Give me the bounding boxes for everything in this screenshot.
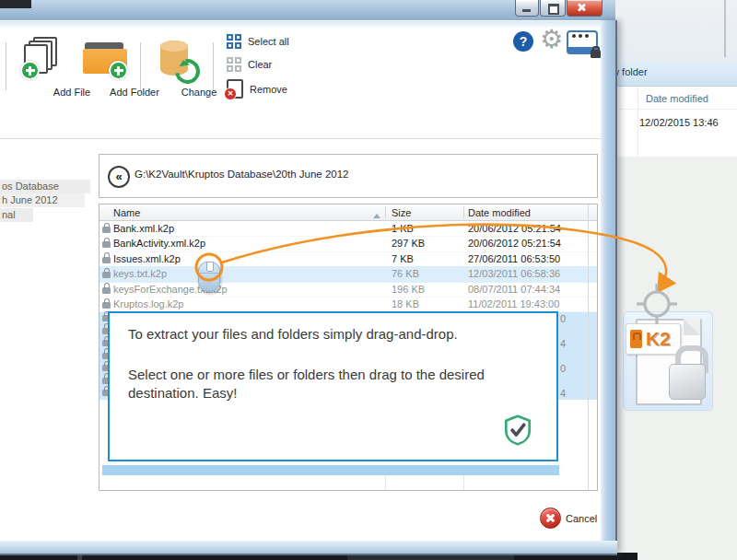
remove-x-icon: ✕ [224,88,237,100]
window-frame-bottom [0,541,617,555]
clear-label: Clear [248,59,272,70]
sidebar-item-personal[interactable]: nal [0,208,33,222]
minimize-icon [522,9,531,12]
sidebar-item-database[interactable]: os Database [0,180,90,193]
clear-button[interactable]: Clear [227,57,272,72]
maximize-icon [548,4,559,15]
file-row[interactable]: keysForExchange.txt.k2p 196 KB 08/07/201… [99,282,597,298]
toolbar-separator [213,42,214,90]
breadcrumb-path: G:\K2Vault\Kruptos Database\20th June 20… [135,169,349,180]
explorer-header-underline [604,109,737,110]
lock-icon [102,302,111,309]
remove-button[interactable]: ✕ Remove [227,79,287,99]
lock-icon [102,241,111,248]
screen: ew folder Date modified 12/02/2015 13:46… [0,0,737,560]
column-header-size[interactable]: Size [392,207,411,218]
desktop-background [604,0,737,61]
sidebar-item-june-2012[interactable]: h June 2012 [0,193,85,207]
remove-file-icon: ✕ [227,79,243,99]
lock-icon [591,50,601,58]
k2-badge-text: K2 [646,328,671,350]
back-button[interactable]: « [108,166,130,188]
add-file-button[interactable]: Add File [17,37,72,98]
settings-gear-icon[interactable]: ⚙ [540,26,563,53]
drag-mouse-cursor-icon [198,262,220,292]
master-password-icon[interactable] [567,30,598,54]
horizontal-selection-bar [102,465,559,475]
select-all-label: Select all [248,36,289,47]
lock-icon [102,257,111,263]
explorer-date-modified-header[interactable]: Date modified [646,93,708,104]
drag-drop-tooltip: To extract your files and folders simply… [108,311,558,461]
k2-document-fold [684,319,700,335]
file-row-selected[interactable]: keys.txt.k2p 76 KB 12/03/2011 06:58:36 [99,266,597,282]
shield-check-icon [502,414,533,446]
toolbar-gradient [0,21,601,29]
cancel-x-icon [540,508,561,529]
toolbar-separator [140,42,141,90]
k2-badge-lock-icon [630,330,642,348]
explorer-window-edge [724,0,726,57]
change-label: Change [176,87,222,98]
tooltip-line-1: To extract your files and folders simply… [128,325,524,344]
remove-label: Remove [250,84,287,95]
sort-ascending-icon [373,210,380,218]
column-header-name[interactable]: Name [113,207,140,218]
explorer-date-value: 12/02/2015 13:46 [639,117,719,128]
k2-logo-badge: K2 [626,323,681,355]
k2-padlock-body-icon [669,364,706,400]
add-plus-icon [109,61,128,80]
lock-icon [102,272,111,278]
lock-icon [102,227,111,233]
close-button[interactable] [567,0,602,17]
add-folder-button[interactable]: Add Folder [77,37,135,98]
toolbar-separator [6,42,6,90]
cancel-button[interactable]: Cancel [540,508,597,529]
change-button[interactable]: Change [153,37,199,98]
lock-icon [102,287,111,294]
window-controls [514,0,602,17]
column-header-date[interactable]: Date modified [468,207,531,218]
clear-grid-icon [227,57,241,72]
add-plus-icon [20,61,40,80]
window-frame-right [601,20,617,554]
cancel-label: Cancel [566,513,597,524]
file-row[interactable]: Kruptos.log.k2p 18 KB 11/02/2011 19:43:0… [99,297,597,312]
background-window-corner [0,0,31,8]
file-row[interactable]: BankActivity.xml.k2p 297 KB 20/06/2012 0… [99,236,597,251]
toolbar-divider [0,138,601,139]
file-row[interactable]: Bank.xml.k2p 1 KB 20/06/2012 05:21:54 [99,221,597,237]
maximize-button[interactable] [540,0,566,17]
tooltip-line-2: Select one or more files or folders then… [128,366,524,402]
explorer-column-separator [638,87,638,157]
minimize-button[interactable] [515,0,539,17]
table-header: Name Size Date modified [99,204,597,221]
breadcrumb: « G:\K2Vault\Kruptos Database\20th June … [99,154,598,198]
select-all-grid-icon [227,34,241,49]
select-all-button[interactable]: Select all [227,34,289,49]
scrollbar-track[interactable] [588,204,589,490]
file-row[interactable]: Issues.xml.k2p 7 KB 27/06/2011 06:53:50 [99,251,597,267]
help-icon[interactable]: ? [513,31,533,52]
